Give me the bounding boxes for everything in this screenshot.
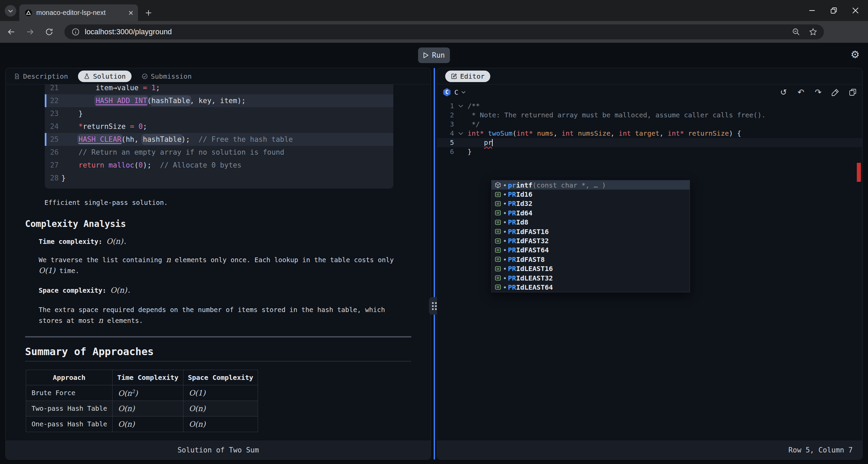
bookmark-star-icon[interactable] — [809, 28, 817, 36]
suggestion-PRIdFAST8[interactable]: •PRIdFAST8 — [492, 255, 690, 264]
tab-editor[interactable]: Editor — [445, 71, 490, 82]
suggestion-detail: (const char *, … ) — [532, 181, 606, 189]
suggestion-match: PR — [508, 246, 516, 254]
fold-gutter — [454, 138, 468, 147]
suggestion-PRIdFAST32[interactable]: •PRIdFAST32 — [492, 236, 690, 245]
redo-icon[interactable]: ↷ — [814, 88, 822, 96]
tab-description-label: Description — [23, 72, 68, 80]
code-line-5[interactable]: 5 pr — [437, 138, 862, 147]
suggestion-match: PR — [508, 190, 516, 198]
browser-tab[interactable]: monaco-editor-lsp-next — [19, 4, 138, 21]
field-icon — [494, 246, 502, 254]
suggestion-label: IdFAST16 — [516, 228, 549, 236]
edit-pencil-icon — [451, 73, 457, 79]
code-line-21: 21 item→value = 1; — [45, 84, 393, 94]
tab-solution[interactable]: Solution — [78, 71, 131, 82]
field-icon — [494, 237, 502, 245]
copy-code-icon[interactable] — [849, 88, 857, 96]
line-number: 25 — [45, 133, 59, 146]
suggestion-PRIdLEAST32[interactable]: •PRIdLEAST32 — [492, 273, 690, 283]
space-cell: O(1) — [183, 385, 258, 401]
tab-description[interactable]: Description — [14, 72, 68, 80]
time-complexity-line: Time complexity: O(n). — [39, 237, 410, 246]
heading-rule — [25, 361, 411, 362]
browser-tabstrip: monaco-editor-lsp-next — [0, 0, 868, 21]
line-number: 23 — [45, 107, 59, 120]
suggestion-match: PR — [508, 199, 516, 208]
code-line-26: 26 // Return an empty array if no soluti… — [45, 146, 393, 159]
tab-title: monaco-editor-lsp-next — [36, 9, 129, 17]
url-text[interactable]: localhost:3000/playground — [85, 27, 792, 36]
code-line-3[interactable]: 3 */ — [437, 120, 862, 129]
line-number: 1 — [437, 101, 454, 111]
time-complexity-desc: We traverse the list containing n elemen… — [39, 254, 410, 276]
table-header-time: Time Complexity — [113, 370, 183, 385]
code-line-27: 27 return malloc(0); // Allocate 0 bytes — [45, 159, 393, 172]
forward-arrow-icon — [26, 28, 34, 36]
suggestion-PRIdLEAST64[interactable]: •PRIdLEAST64 — [492, 283, 690, 292]
problem-tabs: Description Solution Submission — [6, 68, 431, 84]
suggestion-bullet: • — [503, 274, 507, 282]
back-button[interactable] — [6, 27, 16, 37]
panel-resizer[interactable] — [434, 68, 435, 460]
suggestion-bullet: • — [503, 199, 507, 208]
undo-icon[interactable]: ↶ — [797, 88, 805, 96]
code-line-24: 24 *returnSize = 0; — [45, 120, 393, 133]
format-code-icon[interactable] — [831, 88, 840, 96]
site-info-icon[interactable] — [72, 28, 79, 36]
section-divider — [25, 336, 411, 337]
window-minimize-icon[interactable] — [809, 7, 815, 14]
window-restore-icon[interactable] — [831, 7, 837, 14]
table-header-space: Space Complexity — [183, 370, 258, 385]
tab-close-icon[interactable] — [129, 11, 133, 15]
reset-code-icon[interactable]: ↺ — [780, 88, 788, 96]
code-line-1[interactable]: 1 /** — [437, 101, 862, 111]
suggestion-PRIdFAST16[interactable]: •PRIdFAST16 — [492, 227, 690, 236]
approaches-table: Approach Time Complexity Space Complexit… — [26, 370, 258, 432]
language-select[interactable]: C C — [442, 88, 466, 97]
browser-toolbar: localhost:3000/playground f — [0, 21, 868, 43]
tab-submission[interactable]: Submission — [142, 72, 192, 80]
problem-footer: Solution of Two Sum — [6, 441, 431, 459]
line-number: 5 — [437, 138, 454, 147]
forward-button[interactable] — [25, 27, 35, 37]
suggestion-PRId8[interactable]: •PRId8 — [492, 218, 690, 227]
run-button[interactable]: Run — [418, 47, 450, 63]
code-line-4[interactable]: 4 int* twoSum(int* nums, int numsSize, i… — [437, 129, 862, 138]
suggestion-PRId32[interactable]: •PRId32 — [492, 199, 690, 208]
suggestion-match: PR — [508, 274, 516, 282]
tab-search-button[interactable] — [5, 5, 16, 17]
suggestion-printf[interactable]: •printf(const char *, … ) — [492, 180, 690, 190]
suggestion-PRId64[interactable]: •PRId64 — [492, 208, 690, 217]
address-bar[interactable]: localhost:3000/playground — [64, 24, 824, 39]
fold-chevron-icon[interactable] — [454, 129, 468, 138]
document-icon — [14, 73, 20, 79]
suggestion-match: PR — [508, 218, 516, 226]
suggestion-PRIdFAST64[interactable]: •PRIdFAST64 — [492, 246, 690, 255]
time-cell: O(n) — [113, 417, 183, 432]
solution-note: Efficient single-pass solution. — [44, 199, 431, 207]
code-editor[interactable]: 1 /**2 * Note: The returned array must b… — [437, 100, 862, 441]
function-icon — [494, 181, 502, 189]
field-icon — [494, 265, 502, 273]
settings-gear-icon[interactable]: ⚙ — [848, 47, 862, 61]
field-icon — [494, 283, 502, 291]
suggestion-bullet: • — [503, 237, 507, 245]
suggestion-PRIdLEAST16[interactable]: •PRIdLEAST16 — [492, 264, 690, 273]
field-icon — [494, 228, 502, 235]
fold-chevron-icon[interactable] — [454, 101, 468, 111]
new-tab-button[interactable] — [142, 7, 155, 19]
suggestion-match: PR — [508, 237, 516, 245]
run-label: Run — [432, 51, 445, 59]
table-row: Brute ForceO(n2)O(1) — [26, 385, 258, 401]
zoom-out-icon[interactable] — [792, 28, 800, 36]
reload-button[interactable] — [44, 27, 54, 37]
code-line-6[interactable]: 6} — [437, 147, 862, 156]
window-close-icon[interactable] — [852, 7, 859, 14]
code-line-2[interactable]: 2 * Note: The returned array must be mal… — [437, 111, 862, 120]
time-cell: O(n2) — [113, 385, 183, 401]
suggestion-bullet: • — [503, 190, 507, 198]
suggestion-PRId16[interactable]: •PRId16 — [492, 190, 690, 199]
plus-icon — [145, 10, 152, 16]
complexity-heading: Complexity Analysis — [25, 219, 431, 229]
